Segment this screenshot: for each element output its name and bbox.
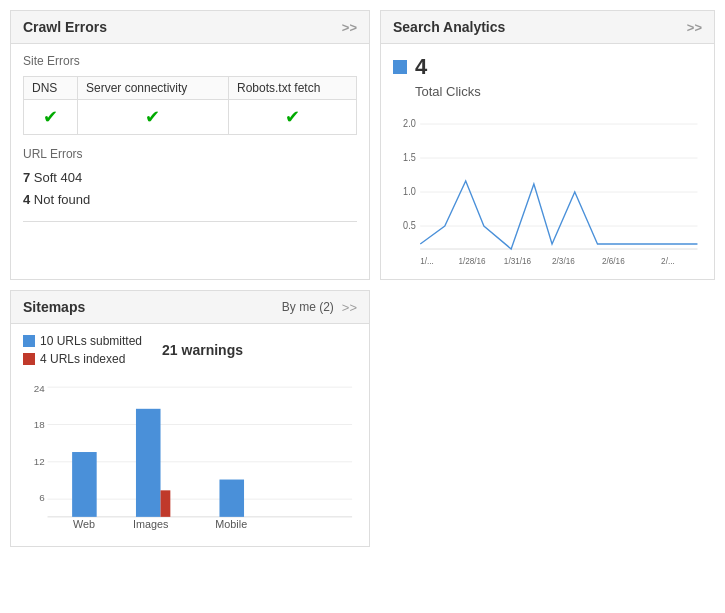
bar-mobile-submitted bbox=[219, 480, 244, 517]
sitemaps-bar-chart-svg: 24 18 12 6 bbox=[23, 376, 357, 531]
sitemaps-bar-chart: 24 18 12 6 bbox=[23, 376, 357, 536]
sa-chart: 2.0 1.5 1.0 0.5 1/... 1/28/16 bbox=[393, 109, 702, 269]
sitemaps-body: 10 URLs submitted 4 URLs indexed 21 warn… bbox=[11, 324, 369, 546]
svg-text:Web: Web bbox=[73, 518, 95, 530]
divider bbox=[23, 221, 357, 222]
svg-text:2/...: 2/... bbox=[661, 256, 675, 266]
sitemaps-header-right: By me (2) >> bbox=[282, 300, 357, 315]
url-errors-section: URL Errors 7 Soft 404 4 Not found bbox=[23, 147, 357, 211]
bar-images-indexed bbox=[161, 490, 171, 517]
svg-text:1/28/16: 1/28/16 bbox=[458, 256, 485, 266]
svg-text:Mobile: Mobile bbox=[215, 518, 247, 530]
site-errors-table: DNS Server connectivity Robots.txt fetch… bbox=[23, 76, 357, 135]
search-analytics-body: 4 Total Clicks 2.0 1.5 1.0 0.5 bbox=[381, 44, 714, 279]
search-analytics-chevron[interactable]: >> bbox=[687, 20, 702, 35]
soft404-count: 7 bbox=[23, 170, 30, 185]
svg-text:6: 6 bbox=[39, 492, 45, 503]
svg-text:1.0: 1.0 bbox=[403, 186, 416, 198]
dns-col-header: DNS bbox=[24, 77, 78, 100]
search-analytics-title: Search Analytics bbox=[393, 19, 505, 35]
table-row: ✔ ✔ ✔ bbox=[24, 100, 357, 135]
sa-chart-svg: 2.0 1.5 1.0 0.5 1/... 1/28/16 bbox=[393, 109, 702, 269]
bar-images-submitted bbox=[136, 409, 161, 517]
sitemaps-legend: 10 URLs submitted 4 URLs indexed bbox=[23, 334, 142, 366]
legend-box-blue bbox=[23, 335, 35, 347]
warnings-number: 21 bbox=[162, 342, 178, 358]
svg-text:0.5: 0.5 bbox=[403, 220, 416, 232]
svg-text:Images: Images bbox=[133, 518, 169, 530]
crawl-errors-chevron[interactable]: >> bbox=[342, 20, 357, 35]
sa-stat-row: 4 bbox=[393, 54, 702, 80]
bottom-right-empty bbox=[380, 290, 715, 547]
legend-submitted-label: 10 URLs submitted bbox=[40, 334, 142, 348]
crawl-errors-card: Crawl Errors >> Site Errors DNS Server c… bbox=[10, 10, 370, 280]
robots-status: ✔ bbox=[228, 100, 356, 135]
sitemaps-title: Sitemaps bbox=[23, 299, 85, 315]
legend-box-red bbox=[23, 353, 35, 365]
svg-text:12: 12 bbox=[34, 456, 45, 467]
sa-number: 4 bbox=[415, 54, 427, 80]
search-analytics-card: Search Analytics >> 4 Total Clicks 2.0 1… bbox=[380, 10, 715, 280]
server-check-icon: ✔ bbox=[145, 107, 160, 127]
url-error-soft404: 7 Soft 404 bbox=[23, 167, 357, 189]
svg-text:2/6/16: 2/6/16 bbox=[602, 256, 625, 266]
crawl-errors-title: Crawl Errors bbox=[23, 19, 107, 35]
robots-check-icon: ✔ bbox=[285, 107, 300, 127]
warnings-text: 21 warnings bbox=[162, 342, 243, 358]
warnings-label: warnings bbox=[182, 342, 243, 358]
search-analytics-header: Search Analytics >> bbox=[381, 11, 714, 44]
bar-web-submitted bbox=[72, 452, 97, 517]
svg-text:1/...: 1/... bbox=[420, 256, 434, 266]
notfound-count: 4 bbox=[23, 192, 30, 207]
svg-text:1.5: 1.5 bbox=[403, 152, 416, 164]
crawl-errors-header: Crawl Errors >> bbox=[11, 11, 369, 44]
dns-check-icon: ✔ bbox=[43, 107, 58, 127]
svg-text:24: 24 bbox=[34, 383, 45, 394]
sitemaps-byme: By me (2) bbox=[282, 300, 334, 314]
sitemaps-header: Sitemaps By me (2) >> bbox=[11, 291, 369, 324]
server-status: ✔ bbox=[78, 100, 229, 135]
legend-indexed-label: 4 URLs indexed bbox=[40, 352, 125, 366]
site-errors-label: Site Errors bbox=[23, 54, 357, 68]
sitemaps-chevron[interactable]: >> bbox=[342, 300, 357, 315]
robots-col-header: Robots.txt fetch bbox=[228, 77, 356, 100]
sa-label: Total Clicks bbox=[415, 84, 702, 99]
url-error-notfound: 4 Not found bbox=[23, 189, 357, 211]
url-errors-label: URL Errors bbox=[23, 147, 357, 161]
dns-status: ✔ bbox=[24, 100, 78, 135]
sitemaps-card: Sitemaps By me (2) >> 10 URLs submitted … bbox=[10, 290, 370, 547]
server-col-header: Server connectivity bbox=[78, 77, 229, 100]
crawl-errors-body: Site Errors DNS Server connectivity Robo… bbox=[11, 44, 369, 242]
svg-text:1/31/16: 1/31/16 bbox=[504, 256, 531, 266]
legend-indexed: 4 URLs indexed bbox=[23, 352, 142, 366]
svg-text:2.0: 2.0 bbox=[403, 118, 416, 130]
svg-text:2/3/16: 2/3/16 bbox=[552, 256, 575, 266]
svg-text:18: 18 bbox=[34, 419, 45, 430]
legend-submitted: 10 URLs submitted bbox=[23, 334, 142, 348]
sa-color-box bbox=[393, 60, 407, 74]
